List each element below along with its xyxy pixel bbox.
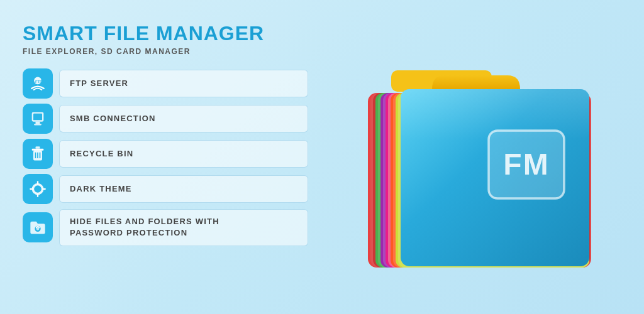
folder-illustration: FM xyxy=(357,38,608,276)
smb-label-box: SMB CONNECTION xyxy=(59,105,308,133)
app-title: SMART FILE MANAGER xyxy=(23,23,308,45)
smb-svg xyxy=(29,110,47,127)
left-panel: SMART FILE MANAGER FILE EXPLORER, SD CAR… xyxy=(0,0,327,314)
feature-item-dark: DARK THEME xyxy=(23,174,308,204)
svg-point-13 xyxy=(34,185,42,193)
feature-item-hide: HIDE FILES AND FOLDERS WITHPASSWORD PROT… xyxy=(23,209,308,246)
hide-files-label-box: HIDE FILES AND FOLDERS WITHPASSWORD PROT… xyxy=(59,209,308,246)
svg-rect-4 xyxy=(36,122,40,124)
ftp-label: FTP SERVER xyxy=(70,78,128,89)
svg-rect-8 xyxy=(36,147,40,149)
feature-item-ftp: FTP FTP SERVER xyxy=(23,68,308,99)
folder-pages-svg: FM xyxy=(357,38,608,276)
svg-rect-7 xyxy=(32,149,44,151)
feature-item-recycle: RECYCLE BIN xyxy=(23,139,308,169)
folder-lock-svg xyxy=(29,219,47,236)
recycle-label-box: RECYCLE BIN xyxy=(59,140,308,168)
feature-list: FTP FTP SERVER SMB CONNECTION xyxy=(23,68,308,246)
ftp-icon: FTP xyxy=(23,68,53,99)
smb-label: SMB CONNECTION xyxy=(70,113,156,124)
ftp-svg: FTP xyxy=(29,75,47,92)
dark-theme-label-box: DARK THEME xyxy=(59,175,308,203)
svg-text:FM: FM xyxy=(503,148,549,181)
trash-icon xyxy=(23,139,53,169)
svg-rect-5 xyxy=(34,124,42,125)
right-panel: FM xyxy=(327,0,644,314)
smb-icon xyxy=(23,104,53,134)
dark-theme-label: DARK THEME xyxy=(70,183,132,195)
ftp-label-box: FTP SERVER xyxy=(59,70,308,97)
app-subtitle: FILE EXPLORER, SD CARD MANAGER xyxy=(23,47,308,56)
recycle-label: RECYCLE BIN xyxy=(70,148,133,160)
theme-icon xyxy=(23,174,53,204)
hide-files-label: HIDE FILES AND FOLDERS WITHPASSWORD PROT… xyxy=(70,216,219,239)
folder-lock-icon xyxy=(23,212,53,242)
trash-svg xyxy=(29,145,47,163)
svg-rect-3 xyxy=(33,114,42,121)
theme-svg xyxy=(29,180,47,198)
svg-text:FTP: FTP xyxy=(35,80,42,84)
feature-item-smb: SMB CONNECTION xyxy=(23,104,308,134)
